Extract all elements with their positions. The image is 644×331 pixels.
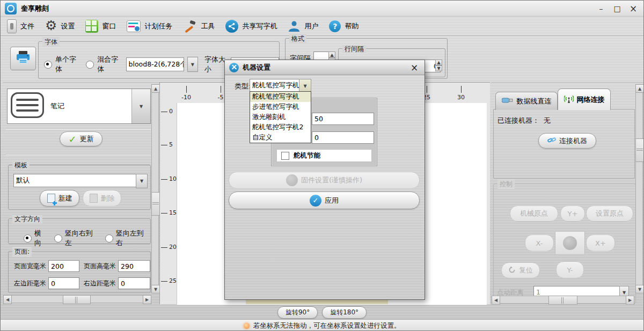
rotate-90-button[interactable]: 旋转90° — [277, 306, 318, 319]
toolbar-item-file[interactable]: 文件 — [7, 19, 34, 33]
machine-settings-dialog: 机器设置 类型: 舵机笔控写字机 50 0 舵机节能 舵机笔控写字机 步进笔控写… — [224, 60, 425, 300]
servo-saving-row: 舵机节能 — [276, 149, 372, 162]
connect-machine-button[interactable]: 连接机器 — [538, 133, 596, 149]
hscroll-thumb[interactable] — [63, 295, 91, 304]
firmware-icon — [286, 174, 298, 186]
template-groupbox: 模板 默认 新建 删除 — [8, 165, 151, 210]
title-bar: 奎享雕刻 — [1, 1, 643, 17]
left-panel-hscrollbar[interactable] — [3, 295, 151, 303]
dropdown-option[interactable]: 激光雕刻机 — [250, 112, 311, 122]
reset-arrow-icon — [508, 266, 516, 275]
rotate-button-row: 旋转90° 旋转180° — [1, 306, 643, 319]
page-height-label: 页面高毫米 — [84, 262, 116, 271]
help-icon — [329, 20, 341, 32]
settings-gear-icon — [45, 20, 57, 32]
right-panel-hscrollbar[interactable] — [492, 296, 634, 304]
ruler-left-label: 5 — [169, 141, 173, 148]
ruler-left-label: 0 — [169, 108, 173, 115]
left-panel: 笔记 更新 模板 默认 新建 删除 — [3, 82, 159, 304]
set-origin-button[interactable]: 设置原点 — [586, 205, 633, 222]
page-width-label: 页面宽毫米 — [14, 262, 46, 271]
servo-saving-checkbox[interactable] — [281, 152, 289, 160]
right-panel-vscrollbar[interactable] — [635, 84, 643, 293]
ruler-top-label: 30 — [453, 94, 469, 101]
direction-vertical-ltr-radio[interactable] — [105, 234, 113, 242]
page-width-input[interactable]: 200 — [48, 260, 79, 272]
ruler-left-label: 10 — [169, 175, 177, 182]
toolbar-item-settings[interactable]: 设置 — [45, 20, 75, 32]
y-plus-button[interactable]: Y+ — [560, 205, 585, 222]
vscroll-thumb[interactable] — [635, 138, 644, 162]
direction-horizontal-radio[interactable] — [24, 234, 32, 242]
ruler-left-label: 15 — [169, 209, 177, 216]
direction-vertical-rtl-radio[interactable] — [54, 234, 62, 242]
apply-button[interactable]: 应用 — [229, 192, 420, 209]
dropdown-option[interactable]: 自定义 — [250, 133, 311, 143]
font-name-combobox[interactable]: blood8-2(6,728个) — [126, 57, 184, 71]
toolbar-item-window[interactable]: 窗口 — [85, 20, 116, 33]
separator — [6, 154, 151, 155]
close-button[interactable] — [627, 4, 639, 13]
pen-center-button[interactable] — [555, 231, 585, 255]
single-font-radio[interactable] — [44, 61, 52, 69]
print-button[interactable] — [10, 47, 36, 70]
separator — [6, 128, 151, 129]
content-selector[interactable]: 笔记 — [7, 89, 151, 124]
share-icon — [225, 20, 238, 33]
mixed-font-radio[interactable] — [86, 61, 94, 69]
page-group-legend: 页面: — [12, 247, 32, 256]
x-minus-button[interactable]: X- — [525, 234, 554, 252]
text-direction-groupbox: 文字方向 横向 竖向右到左 竖向左到右 — [8, 218, 151, 244]
ruler-top-label: -10 — [178, 94, 194, 101]
font-group-legend: 字体 — [42, 38, 60, 47]
left-panel-vscrollbar[interactable] — [151, 84, 159, 293]
page-height-input[interactable]: 290 — [118, 260, 150, 272]
speed-input[interactable]: 50 — [312, 113, 374, 125]
update-button[interactable]: 更新 — [60, 131, 103, 146]
status-bar: 若坐标系无法拖动，可在坐标系设置处进行设置。 — [1, 319, 643, 331]
template-combobox[interactable]: 默认 — [13, 174, 141, 187]
line-spacing-spinner[interactable] — [435, 60, 442, 71]
toolbar-item-user[interactable]: 用户 — [288, 20, 318, 33]
delay-input[interactable]: 0 — [312, 131, 374, 144]
content-selector-arrow[interactable] — [131, 89, 150, 123]
tab-network-connection[interactable]: 网络连接 — [558, 89, 611, 110]
toolbar-item-share[interactable]: 共享写字机 — [225, 20, 277, 33]
machine-type-combobox[interactable]: 舵机笔控写字机 — [250, 79, 304, 92]
hscroll-thumb[interactable] — [548, 296, 577, 305]
template-dropdown-arrow[interactable] — [136, 174, 148, 188]
dropdown-option[interactable]: 舵机笔控写字机 — [250, 92, 311, 102]
connected-machine-value: 无 — [544, 116, 551, 126]
schedule-calendar-icon — [127, 20, 141, 32]
dialog-close-button[interactable] — [408, 63, 420, 72]
font-name-dropdown-arrow[interactable] — [187, 57, 198, 72]
dropdown-option[interactable]: 舵机笔控写字机2 — [250, 122, 311, 133]
vscroll-thumb[interactable] — [151, 192, 160, 216]
single-font-label: 单个字体 — [55, 55, 78, 74]
x-plus-button[interactable]: X+ — [586, 234, 615, 252]
app-icon — [5, 3, 17, 14]
machine-origin-button[interactable]: 机械原点 — [510, 205, 558, 222]
rotate-180-button[interactable]: 旋转180° — [322, 306, 367, 319]
maximize-button[interactable] — [611, 4, 623, 13]
template-delete-button[interactable]: 删除 — [83, 190, 121, 207]
y-minus-button[interactable]: Y- — [556, 261, 584, 278]
mixed-font-label: 混合字体 — [97, 55, 120, 74]
firmware-settings-button[interactable]: 固件设置(谨慎操作) — [229, 172, 420, 189]
toolbar-item-help[interactable]: 帮助 — [329, 20, 358, 32]
toolbar-item-tools[interactable]: 工具 — [183, 20, 215, 33]
reset-button[interactable]: 复位 — [501, 262, 540, 278]
left-margin-input[interactable]: 0 — [48, 277, 79, 289]
right-margin-input[interactable]: 0 — [118, 277, 150, 289]
dialog-title-bar[interactable]: 机器设置 — [225, 60, 425, 75]
dropdown-option[interactable]: 步进笔控写字机 — [250, 102, 311, 112]
toolbar-item-schedule[interactable]: 计划任务 — [127, 20, 172, 32]
tab-usb-connection[interactable]: 数据线直连 — [495, 92, 558, 110]
minimize-button[interactable] — [595, 4, 607, 13]
left-margin-label: 左边距毫米 — [14, 279, 46, 288]
app-window: 奎享雕刻 文件 设置 窗口 计划任 — [0, 0, 644, 331]
hamburger-icon — [11, 92, 44, 118]
ruler-left-label: 20 — [169, 244, 177, 251]
template-new-button[interactable]: 新建 — [40, 190, 79, 207]
machine-settings-icon — [229, 63, 239, 72]
